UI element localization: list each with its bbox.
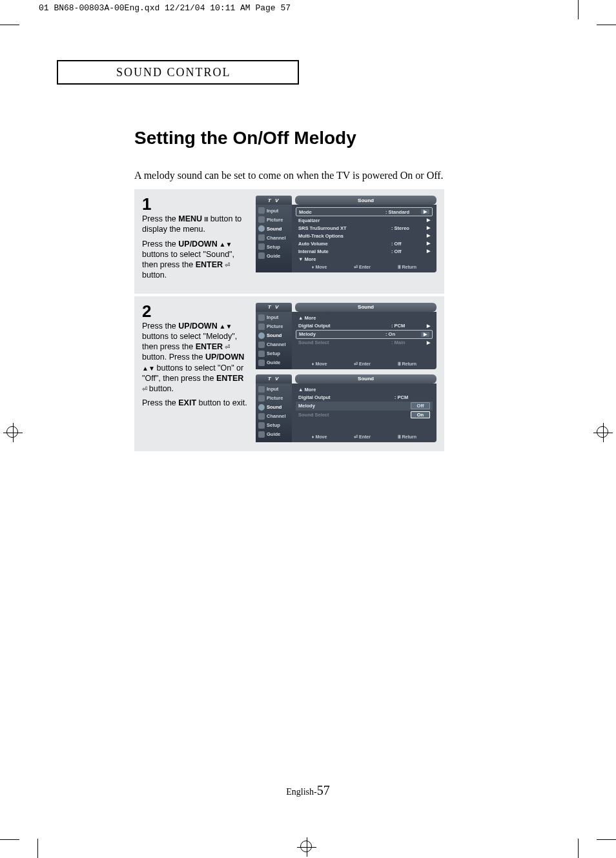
osd-footer: ♦ Move ⏎ Enter Ⅲ Return	[296, 433, 433, 441]
menu-icon: Ⅲ	[202, 216, 210, 223]
osd-panel-title: Sound	[295, 196, 436, 205]
step-1-text: 1 Press the MENU Ⅲ button to display the…	[142, 196, 249, 285]
osd-side-setup: Setup	[256, 349, 292, 358]
picture-icon	[258, 323, 265, 330]
text: Press the	[142, 322, 178, 331]
step-number: 2	[142, 303, 249, 320]
text: button.	[149, 384, 174, 393]
setup-icon	[258, 422, 265, 429]
print-header: 01 BN68-00803A-00Eng.qxd 12/21/04 10:11 …	[39, 3, 291, 13]
enter-icon: ⏎	[142, 385, 149, 393]
osd-row-equalizer: Equalizer▶	[296, 216, 433, 224]
osd-main: ▲ More Digital Output: PCM▶ Melody: On▶ …	[292, 312, 436, 369]
text: button.	[142, 271, 167, 280]
osd-main: Mode: Standard▶ Equalizer▶ SRS TruSurrou…	[292, 205, 436, 272]
page-number-value: 57	[317, 783, 330, 797]
page-number: English-57	[37, 783, 579, 798]
text-bold: MENU	[178, 214, 202, 223]
osd-foot-return: Ⅲ Return	[398, 362, 417, 367]
crop-mark	[597, 25, 616, 25]
osd-row-multitrack: Multi-Track Options▶	[296, 232, 433, 240]
osd-foot-move: ♦ Move	[312, 265, 327, 270]
osd-row-autovolume: Auto Volume: Off▶	[296, 240, 433, 247]
osd-side-picture: Picture	[256, 394, 292, 403]
picture-icon	[258, 216, 265, 223]
osd-side-input: Input	[256, 206, 292, 215]
osd-panel-title: Sound	[295, 374, 436, 383]
text: button. Press the	[142, 352, 205, 362]
updown-icon: ▲▼	[142, 365, 157, 372]
osd-row-digital-output: Digital Output: PCM	[296, 394, 433, 402]
page-title: Setting the On/Off Melody	[134, 128, 356, 148]
osd-side-input: Input	[256, 385, 292, 394]
section-title: SOUND CONTROL	[116, 66, 231, 79]
updown-icon: ▲▼	[218, 241, 232, 248]
osd-screenshot-3: T V Sound Input Picture Sound Channel Se…	[256, 374, 436, 442]
osd-footer: ♦ Move ⏎ Enter Ⅲ Return	[296, 263, 433, 271]
text-bold: ENTER	[216, 374, 243, 383]
crop-mark	[597, 839, 616, 840]
osd-foot-return: Ⅲ Return	[398, 434, 417, 440]
osd-foot-enter: ⏎ Enter	[354, 265, 371, 270]
enter-icon: ⏎	[223, 343, 230, 351]
osd-foot-return: Ⅲ Return	[398, 265, 417, 270]
step-number: 1	[142, 196, 249, 212]
osd-side-setup: Setup	[256, 242, 292, 251]
text-bold: UP/DOWN	[178, 240, 217, 249]
text-bold: ENTER	[196, 260, 223, 269]
setup-icon	[258, 351, 265, 357]
osd-row-more: ▼ More	[296, 255, 433, 263]
text-bold: EXIT	[178, 398, 196, 407]
step-1: 1 Press the MENU Ⅲ button to display the…	[134, 189, 444, 294]
osd-row-more: ▲ More	[296, 314, 433, 322]
osd-tv-label: T V	[256, 303, 292, 312]
channel-icon	[258, 413, 265, 420]
osd-side-channel: Channel	[256, 233, 292, 242]
osd-row-melody: Melody: On▶	[296, 330, 433, 339]
osd-side-channel: Channel	[256, 412, 292, 421]
osd-foot-move: ♦ Move	[312, 362, 327, 367]
guide-icon	[258, 252, 265, 259]
osd-foot-enter: ⏎ Enter	[354, 434, 371, 440]
crop-mark	[578, 0, 579, 19]
osd-screenshot-1: T V Sound Input Picture Sound Channel Se…	[256, 196, 436, 272]
osd-side-sound: Sound	[256, 331, 292, 340]
intro-text: A melody sound can be set to come on whe…	[134, 170, 444, 181]
sound-icon	[258, 225, 265, 232]
step-2-text: 2 Press the UP/DOWN ▲▼ buttons to select…	[142, 303, 249, 442]
osd-row-internalmute: Internal Mute: Off▶	[296, 247, 433, 255]
guide-icon	[258, 431, 265, 438]
osd-sidebar: Input Picture Sound Channel Setup Guide	[256, 383, 292, 442]
osd-side-setup: Setup	[256, 421, 292, 430]
osd-sidebar: Input Picture Sound Channel Setup Guide	[256, 312, 292, 369]
input-icon	[258, 314, 265, 321]
page-content: SOUND CONTROL Setting the On/Off Melody …	[37, 25, 579, 840]
osd-side-channel: Channel	[256, 340, 292, 349]
osd-row-sound-select: Sound SelectOn	[296, 411, 433, 420]
osd-side-picture: Picture	[256, 215, 292, 224]
page-number-prefix: English-	[286, 787, 316, 797]
osd-row-melody: MelodyOff	[296, 402, 433, 411]
updown-icon: ▲▼	[218, 323, 232, 330]
crop-mark	[578, 839, 579, 858]
osd-foot-move: ♦ Move	[312, 434, 327, 440]
osd-screenshot-2: T V Sound Input Picture Sound Channel Se…	[256, 303, 436, 369]
osd-side-guide: Guide	[256, 251, 292, 260]
osd-row-mode: Mode: Standard▶	[296, 207, 433, 216]
osd-panel-title: Sound	[295, 303, 436, 312]
input-icon	[258, 386, 265, 393]
osd-row-sound-select: Sound Select: Main▶	[296, 339, 433, 347]
channel-icon	[258, 342, 265, 348]
input-icon	[258, 207, 265, 214]
osd-row-more: ▲ More	[296, 386, 433, 394]
osd-side-guide: Guide	[256, 358, 292, 367]
text: Press the	[142, 398, 178, 407]
osd-footer: ♦ Move ⏎ Enter Ⅲ Return	[296, 360, 433, 368]
osd-side-picture: Picture	[256, 322, 292, 331]
crop-mark	[0, 839, 19, 840]
registration-mark	[3, 423, 23, 442]
registration-mark	[593, 423, 613, 442]
enter-icon: ⏎	[223, 261, 230, 269]
step-2-osd-col: T V Sound Input Picture Sound Channel Se…	[256, 303, 436, 442]
osd-side-guide: Guide	[256, 430, 292, 439]
